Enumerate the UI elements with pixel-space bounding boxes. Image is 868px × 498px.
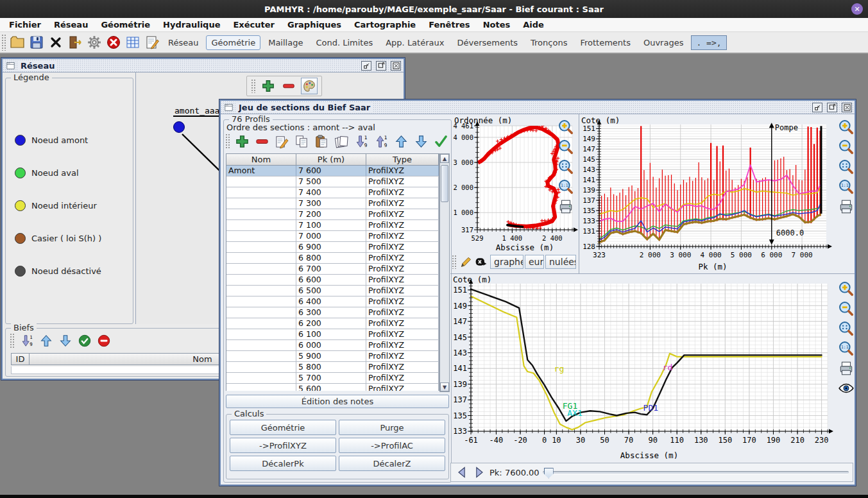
zoom-1-1-icon[interactable]: 1:1: [557, 178, 575, 196]
exit-door-icon[interactable]: [67, 34, 83, 51]
zoom-1-1-icon[interactable]: 1:1: [837, 178, 855, 196]
pk-slider-thumb[interactable]: [544, 468, 554, 479]
drag-handle[interactable]: [452, 255, 457, 269]
calc-button--profilxyz[interactable]: ->ProfilXYZ: [230, 438, 336, 453]
toolbar-button-g-om-trie[interactable]: Géométrie: [206, 35, 260, 50]
move-down-icon[interactable]: [57, 332, 74, 349]
maximize-icon[interactable]: [376, 61, 386, 71]
maximize-icon[interactable]: [827, 103, 837, 112]
zoom-fit-icon[interactable]: [557, 158, 575, 176]
minimize-icon[interactable]: [812, 103, 822, 112]
table-row[interactable]: 6 900ProfilXYZ: [226, 242, 439, 253]
minimize-icon[interactable]: [361, 61, 371, 71]
toolbar-button-maillage[interactable]: Maillage: [263, 35, 308, 50]
table-row[interactable]: 7 000ProfilXYZ: [226, 231, 439, 242]
zoom-out-icon[interactable]: [557, 138, 575, 156]
table-row[interactable]: 7 300ProfilXYZ: [226, 198, 439, 209]
duplicate-icon[interactable]: [333, 133, 350, 150]
palette-icon[interactable]: [301, 78, 318, 94]
column-header[interactable]: ID: [12, 354, 30, 365]
table-row[interactable]: 7 500ProfilXYZ: [226, 176, 439, 187]
edit-note-icon[interactable]: [144, 34, 160, 51]
draw-pencil-icon[interactable]: [459, 253, 473, 270]
paste-icon[interactable]: [313, 133, 330, 150]
table-row[interactable]: 6 100ProfilXYZ: [226, 329, 439, 340]
zoom-out-icon[interactable]: [837, 300, 855, 318]
node-label[interactable]: amont_aaa: [173, 106, 221, 117]
zoom-out-icon[interactable]: [837, 138, 855, 156]
move-up-icon[interactable]: [38, 332, 55, 349]
toolbar-button-tron-ons[interactable]: Tronçons: [525, 35, 572, 50]
visibility-eye-icon[interactable]: [837, 379, 855, 397]
remove-icon[interactable]: [253, 133, 270, 150]
menu-item-hydraulique[interactable]: Hydraulique: [157, 19, 226, 30]
table-row[interactable]: 6 800ProfilXYZ: [226, 253, 439, 264]
column-header[interactable]: Nom: [226, 154, 296, 165]
scroll-up-icon[interactable]: ▲: [440, 154, 449, 163]
tab-eur[interactable]: eur: [525, 255, 544, 269]
move-up-icon[interactable]: [393, 133, 409, 150]
open-folder-icon[interactable]: [9, 34, 26, 51]
column-header[interactable]: Type: [366, 154, 439, 165]
toolbar-button-ouvrages[interactable]: Ouvrages: [638, 35, 689, 50]
stop-icon[interactable]: [105, 34, 122, 51]
apply-check-icon[interactable]: [432, 133, 449, 150]
save-floppy-icon[interactable]: [28, 34, 45, 51]
edit-icon[interactable]: [273, 133, 290, 150]
scroll-down-icon[interactable]: ▼: [440, 382, 449, 391]
table-row[interactable]: 6 000ProfilXYZ: [226, 340, 439, 351]
copy-icon[interactable]: [293, 133, 310, 150]
column-header[interactable]: Pk (m): [296, 154, 366, 165]
clear-x-icon[interactable]: [474, 253, 488, 270]
print-icon[interactable]: [557, 198, 575, 216]
table-row[interactable]: 6 600ProfilXYZ: [226, 275, 439, 286]
chart-splitter[interactable]: [579, 114, 579, 273]
toolbar-button-r-seau[interactable]: Réseau: [163, 35, 203, 50]
delete-minus-icon[interactable]: [96, 332, 112, 349]
drag-handle[interactable]: [251, 79, 256, 93]
toolbar-button-app-lat-raux[interactable]: App. Latéraux: [380, 35, 449, 50]
sort-desc-icon[interactable]: 19: [19, 332, 35, 349]
table-row[interactable]: 7 400ProfilXYZ: [226, 187, 439, 198]
nav-right-icon[interactable]: [472, 465, 486, 479]
grid-table-icon[interactable]: [124, 34, 141, 51]
table-row[interactable]: 6 300ProfilXYZ: [226, 307, 439, 318]
close-x-icon[interactable]: [47, 34, 64, 51]
cross-section-chart[interactable]: rgFG1AX1PD1rd-61-40-20010305070901101301…: [452, 275, 835, 463]
drag-handle[interactable]: [225, 133, 230, 149]
settings-gear-icon[interactable]: [86, 34, 103, 51]
table-row[interactable]: 5 600ProfilXYZ: [226, 384, 439, 391]
tab-graphe[interactable]: graphe: [490, 255, 523, 269]
pk-slider[interactable]: [543, 471, 849, 474]
table-scrollbar[interactable]: ▲ ▼: [439, 153, 450, 392]
edit-notes-button[interactable]: Édition des notes: [226, 395, 449, 408]
table-row[interactable]: 6 500ProfilXYZ: [226, 286, 439, 296]
zoom-fit-icon[interactable]: [837, 320, 855, 338]
menu-item-cartographie[interactable]: Cartographie: [348, 19, 422, 30]
print-icon[interactable]: [837, 198, 855, 216]
sort-desc-icon[interactable]: 19: [353, 133, 370, 150]
network-node[interactable]: [173, 121, 185, 133]
chart-splitter-horizontal[interactable]: [450, 273, 855, 274]
calc-button-d-calerz[interactable]: DécalerZ: [339, 456, 445, 471]
table-row[interactable]: 6 700ProfilXYZ: [226, 264, 439, 275]
menu-item-r-seau[interactable]: Réseau: [47, 19, 94, 30]
validate-check-icon[interactable]: [76, 332, 93, 349]
calc-button-g-om-trie[interactable]: Géométrie: [230, 420, 336, 435]
menu-item-notes[interactable]: Notes: [477, 19, 517, 30]
move-down-icon[interactable]: [413, 133, 429, 150]
toolbar-button-cond-limites[interactable]: Cond. Limites: [311, 35, 378, 50]
scroll-thumb[interactable]: [441, 165, 448, 202]
print-icon[interactable]: [837, 359, 855, 377]
table-row[interactable]: 5 700ProfilXYZ: [226, 373, 439, 384]
remove-icon[interactable]: [280, 78, 297, 94]
add-icon[interactable]: [260, 78, 277, 94]
toolbar-button--[interactable]: . =>,: [691, 35, 726, 50]
menu-item-ex-cuter[interactable]: Exécuter: [226, 19, 281, 30]
table-row[interactable]: 6 400ProfilXYZ: [226, 296, 439, 307]
calc-button--profilac[interactable]: ->ProfilAC: [339, 438, 445, 453]
menu-item-g-om-trie[interactable]: Géométrie: [94, 19, 157, 30]
add-icon[interactable]: [234, 133, 250, 150]
calc-button-purge[interactable]: Purge: [339, 420, 445, 435]
close-icon[interactable]: [842, 103, 852, 112]
